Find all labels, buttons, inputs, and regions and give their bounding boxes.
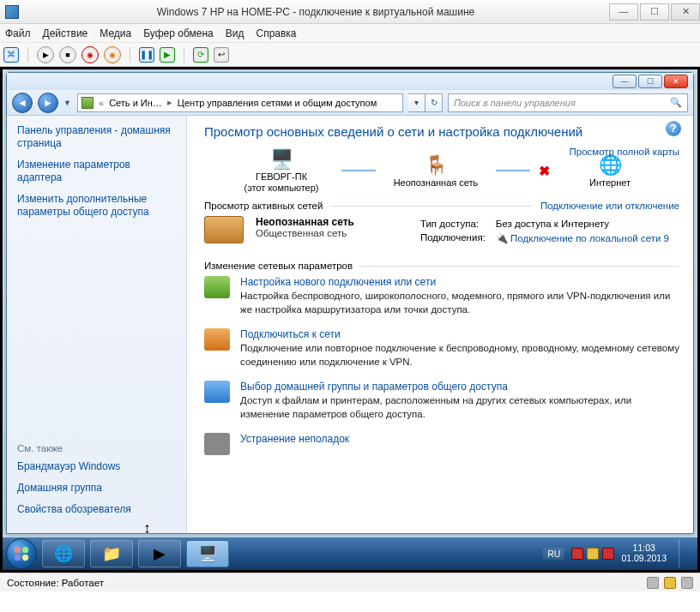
connection-link[interactable]: Подключение по локальной сети 9 (510, 233, 669, 243)
homegroup-link[interactable]: Выбор домашней группы и параметров общег… (240, 381, 679, 393)
status-label: Состояние: (7, 578, 59, 588)
tray-icon[interactable] (571, 548, 583, 560)
host-toolbar: ⌘ ▶ ■ ◉ ◉ ❚❚ ▶ ⟳ ↩ (0, 43, 700, 67)
item-desc: Настройка беспроводного, широкополосного… (240, 290, 679, 316)
menu-help[interactable]: Справка (256, 27, 296, 39)
svg-point-1 (22, 547, 28, 553)
host-title: Windows 7 HP на HOME-PC - подключение к … (24, 6, 607, 18)
status-icon (681, 577, 693, 589)
network-type[interactable]: Общественная сеть (256, 228, 354, 238)
vm-icon (5, 5, 19, 19)
access-type-value: Без доступа к Интернету (496, 218, 678, 230)
crumb-current[interactable]: Центр управления сетями и общим доступом (178, 98, 377, 108)
help-icon[interactable]: ? (666, 121, 681, 136)
vm-desktop[interactable]: ― ☐ ✕ ◄ ► ▼ « Сеть и Ин… ▸ Центр управле… (3, 69, 697, 570)
revert-button[interactable]: ↩ (214, 47, 229, 63)
menu-clipboard[interactable]: Буфер обмена (143, 27, 214, 39)
menu-file[interactable]: Файл (5, 27, 31, 39)
change-settings-label: Изменение сетевых параметров (204, 261, 353, 271)
link-line (341, 170, 376, 171)
checkpoint-button[interactable]: ⟳ (193, 47, 208, 63)
troubleshoot-link[interactable]: Устранение неполадок (240, 433, 349, 445)
turnoff-button[interactable]: ■ (59, 46, 76, 63)
search-input[interactable]: Поиск в панели управления 🔍 (448, 93, 688, 112)
connect-icon (204, 328, 230, 351)
tray-icon[interactable] (587, 548, 599, 560)
shutdown-button[interactable]: ◉ (81, 46, 99, 63)
network-center-window: ― ☐ ✕ ◄ ► ▼ « Сеть и Ин… ▸ Центр управле… (6, 72, 694, 534)
host-maximize-button[interactable]: ☐ (640, 3, 669, 21)
connect-disconnect-link[interactable]: Подключение или отключение (540, 201, 679, 211)
nav-forward-button[interactable]: ► (38, 93, 58, 113)
sidebar-advanced-sharing[interactable]: Изменить дополнительные параметры общего… (17, 193, 176, 219)
search-icon: 🔍 (670, 97, 682, 108)
item-desc: Доступ к файлам и принтерам, расположенн… (240, 394, 679, 421)
new-connection-link[interactable]: Настройка нового подключения или сети (240, 276, 679, 288)
list-item: Подключиться к сети Подключение или повт… (204, 328, 679, 369)
host-close-button[interactable]: ✕ (671, 3, 700, 21)
ctrl-alt-del-button[interactable]: ⌘ (3, 47, 19, 63)
sidebar-control-panel-home[interactable]: Панель управления - домашняя страница (17, 124, 176, 150)
vm-viewport: ― ☐ ✕ ◄ ► ▼ « Сеть и Ин… ▸ Центр управле… (0, 67, 700, 573)
active-networks-label: Просмотр активных сетей (204, 201, 323, 211)
menu-action[interactable]: Действие (43, 27, 88, 39)
language-indicator[interactable]: RU (543, 548, 564, 560)
node-pc-sub: (этот компьютер) (244, 183, 318, 194)
clock-date: 01.09.2013 (621, 554, 667, 564)
sidebar-homegroup[interactable]: Домашняя группа (17, 482, 176, 495)
refresh-button[interactable]: ↻ (425, 93, 443, 112)
list-item: Устранение неполадок (204, 433, 679, 455)
taskbar-explorer-button[interactable]: 📁 (90, 540, 133, 567)
sidebar-internet-options[interactable]: Свойства обозревателя (17, 503, 176, 516)
window-maximize-button[interactable]: ☐ (638, 75, 662, 88)
crumb-parent[interactable]: Сеть и Ин… (109, 98, 162, 108)
window-minimize-button[interactable]: ― (612, 75, 637, 88)
sidebar-adapter-settings[interactable]: Изменение параметров адаптера (17, 159, 176, 184)
vm-taskbar: 🌐 📁 ▶ 🖥️ RU 11:03 01.09.2013 (3, 537, 697, 570)
nav-history-button[interactable]: ▼ (63, 99, 72, 107)
clock[interactable]: 11:03 01.09.2013 (621, 543, 667, 563)
address-bar-row: ◄ ► ▼ « Сеть и Ин… ▸ Центр управления се… (7, 90, 693, 116)
list-item: Настройка нового подключения или сети На… (204, 276, 679, 316)
show-desktop-button[interactable] (679, 539, 689, 568)
connect-network-link[interactable]: Подключиться к сети (240, 328, 679, 340)
window-close-button[interactable]: ✕ (664, 75, 688, 88)
reset-button[interactable]: ▶ (160, 47, 175, 63)
host-minimize-button[interactable]: ― (609, 3, 638, 21)
see-also-label: См. также (17, 443, 176, 453)
start-button[interactable]: ▶ (37, 46, 54, 63)
system-tray: RU 11:03 01.09.2013 (543, 539, 694, 568)
connections-label: Подключения: (420, 231, 494, 245)
access-type-label: Тип доступа: (420, 218, 494, 230)
new-connection-icon (204, 276, 230, 298)
start-button[interactable] (6, 538, 37, 569)
full-map-link[interactable]: Просмотр полной карты (569, 147, 679, 157)
menu-media[interactable]: Медиа (100, 27, 131, 39)
taskbar-control-panel-button[interactable]: 🖥️ (186, 540, 229, 567)
active-network: Неопознанная сеть Общественная сеть Тип … (204, 216, 679, 247)
page-heading: Просмотр основных сведений о сети и наст… (204, 124, 679, 139)
bench-icon: 🪑 (420, 153, 451, 177)
window-titlebar[interactable]: ― ☐ ✕ (7, 73, 693, 90)
host-titlebar: Windows 7 HP на HOME-PC - подключение к … (0, 0, 700, 24)
disconnected-icon: ✖ (539, 163, 550, 179)
nav-back-button[interactable]: ◄ (12, 93, 33, 113)
sidebar: Панель управления - домашняя страница Из… (7, 116, 187, 533)
svg-point-3 (22, 555, 28, 561)
status-icon (647, 577, 659, 589)
taskbar-ie-button[interactable]: 🌐 (42, 540, 85, 567)
breadcrumb-bar[interactable]: « Сеть и Ин… ▸ Центр управления сетями и… (77, 93, 403, 112)
save-button[interactable]: ◉ (104, 46, 121, 63)
tray-icon[interactable] (602, 548, 614, 560)
network-properties: Тип доступа: Без доступа к Интернету Под… (419, 216, 679, 247)
menu-view[interactable]: Вид (226, 27, 244, 39)
sidebar-firewall[interactable]: Брандмауэр Windows (17, 460, 176, 473)
network-name: Неопознанная сеть (256, 216, 354, 228)
breadcrumb-dropdown[interactable]: ▾ (408, 93, 425, 112)
status-value: Работает (62, 578, 104, 588)
network-category-icon (204, 216, 244, 243)
pause-button[interactable]: ❚❚ (139, 47, 154, 63)
taskbar-media-button[interactable]: ▶ (138, 540, 181, 567)
item-desc: Подключение или повторное подключение к … (240, 342, 679, 369)
host-menu: Файл Действие Медиа Буфер обмена Вид Спр… (0, 24, 700, 43)
